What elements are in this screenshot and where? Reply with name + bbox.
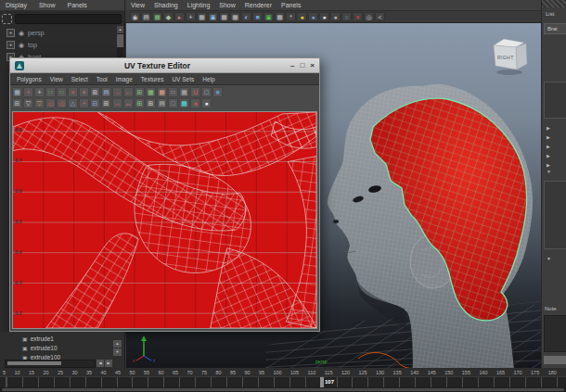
viewport-menu-item[interactable]: Show: [219, 2, 236, 8]
bounding-box-icon[interactable]: ○: [341, 12, 352, 21]
ambient-light-icon[interactable]: ●: [308, 12, 318, 21]
uv-lattice-icon[interactable]: ▦: [12, 87, 22, 97]
align-u-min-icon[interactable]: ∷: [45, 87, 56, 97]
collapse-arrow-icon[interactable]: ▼: [547, 256, 551, 261]
viewport-menu-item[interactable]: Lighting: [187, 2, 211, 8]
copy-layer-icon[interactable]: □: [201, 87, 212, 97]
frame-tick-label[interactable]: 60: [158, 370, 163, 375]
tile-toggle-icon[interactable]: □: [168, 98, 178, 108]
grease-pencil-icon[interactable]: ▤: [141, 12, 151, 21]
flat-shade-icon[interactable]: ●: [330, 12, 341, 21]
distribute-icon[interactable]: ⊞: [135, 98, 145, 108]
unfold-uv-icon[interactable]: ×: [68, 87, 78, 97]
rotate-ccw-icon[interactable]: ◎: [45, 98, 56, 108]
panel-scrollbar[interactable]: [544, 356, 566, 364]
frame-tick-label[interactable]: 45: [115, 370, 121, 375]
frame-tick-label[interactable]: 150: [444, 370, 453, 375]
frame-tick-label[interactable]: 55: [144, 370, 149, 375]
shape-list-item[interactable]: ▣ extrude1: [0, 334, 124, 343]
dice-pattern-icon[interactable]: ∷: [168, 87, 178, 97]
shape-list-item[interactable]: ▣ extrude10: [0, 343, 124, 352]
uv-snapshot-icon[interactable]: ▦: [157, 87, 167, 97]
layout-uv-icon[interactable]: ⊞: [90, 87, 100, 97]
minimize-icon[interactable]: –: [290, 61, 294, 70]
share-icon[interactable]: <: [375, 12, 385, 21]
expand-arrow-icon[interactable]: ▶: [547, 162, 550, 168]
frame-tick-label[interactable]: 175: [531, 370, 539, 375]
window-titlebar[interactable]: UV Texture Editor – □ ×: [10, 58, 319, 73]
frame-tick-label[interactable]: 70: [187, 370, 192, 375]
frame-tick-label[interactable]: 110: [308, 370, 316, 375]
uv-menu-item[interactable]: Tool: [96, 76, 108, 82]
attribute-tab[interactable]: Brai: [544, 23, 566, 34]
notes-field[interactable]: [544, 315, 566, 352]
outliner-menu-item[interactable]: Display: [6, 2, 27, 8]
frame-tick-label[interactable]: 140: [410, 370, 418, 375]
uv-menu-item[interactable]: View: [50, 76, 63, 82]
merge-uv-icon[interactable]: ⊞: [101, 98, 111, 108]
outliner-menu-item[interactable]: Show: [39, 2, 56, 8]
scroll-up-icon[interactable]: ▲: [113, 340, 122, 348]
frame-tick-label[interactable]: 100: [273, 370, 281, 375]
relax-uv-icon[interactable]: +: [79, 98, 89, 108]
wireframe-mode-icon[interactable]: ▦: [275, 12, 285, 21]
frame-tick-label[interactable]: 15: [29, 370, 34, 375]
image-plane-icon[interactable]: ▦: [152, 12, 162, 21]
maximize-icon[interactable]: □: [300, 61, 304, 70]
frame-tick-label[interactable]: 160: [479, 370, 487, 375]
key-light-icon[interactable]: ●: [297, 12, 307, 21]
frame-tick-label[interactable]: 20: [43, 370, 48, 375]
frame-tick-label[interactable]: 90: [244, 370, 250, 375]
align-v-min-icon[interactable]: ↔: [112, 98, 122, 108]
frame-tick-label[interactable]: 95: [259, 370, 264, 375]
sew-uv-icon[interactable]: ⊟: [90, 98, 100, 108]
straighten-icon[interactable]: △: [68, 98, 78, 108]
safe-action-icon[interactable]: ▦: [219, 12, 229, 21]
move-right-icon[interactable]: ←: [123, 87, 134, 97]
scroll-left-icon[interactable]: ◀: [96, 360, 104, 367]
isolate-select-icon[interactable]: ▣: [264, 12, 274, 21]
outliner-item[interactable]: + ◉ top: [0, 39, 124, 51]
paste-layer-icon[interactable]: ■: [212, 87, 223, 97]
snap-border-icon[interactable]: ▦: [146, 87, 156, 97]
scrollbar-thumb[interactable]: [7, 361, 61, 365]
viewcube-face-label[interactable]: RIGHT: [497, 55, 514, 60]
frame-tick-label[interactable]: 125: [358, 370, 367, 375]
select-camera-icon[interactable]: ◉: [130, 12, 140, 21]
viewport-menu-item[interactable]: Panels: [281, 2, 301, 8]
magnet-snap-icon[interactable]: U: [190, 87, 200, 97]
copy-uv-icon[interactable]: ▤: [157, 98, 167, 108]
uv-menu-item[interactable]: Image: [116, 76, 133, 82]
scroll-right-icon[interactable]: ▶: [105, 360, 112, 367]
shell-select-icon[interactable]: ▽: [23, 98, 33, 108]
frame-tick-label[interactable]: 145: [428, 370, 436, 375]
frame-tick-label[interactable]: 50: [129, 370, 135, 375]
fill-mode-icon[interactable]: ◐: [241, 12, 251, 21]
gray-channel-icon[interactable]: ●: [201, 98, 212, 108]
view-cube[interactable]: RIGHT: [491, 34, 532, 77]
move-left-icon[interactable]: →: [112, 87, 122, 97]
range-slider-thumb[interactable]: [2, 388, 564, 391]
viewport-menu-item[interactable]: Renderer: [245, 2, 272, 8]
time-slider[interactable]: 107: [0, 376, 566, 387]
outliner-item[interactable]: + ◉ persp: [0, 27, 124, 39]
collapse-arrow-icon[interactable]: ▼: [547, 169, 551, 174]
outliner-filter-input[interactable]: [15, 14, 122, 24]
smooth-shade-icon[interactable]: ●: [319, 12, 329, 21]
uv-menu-item[interactable]: Textures: [141, 76, 164, 82]
checker-map-icon[interactable]: ▦: [179, 98, 189, 108]
frame-tick-label[interactable]: 120: [341, 370, 350, 375]
frame-tick-label[interactable]: 135: [393, 370, 402, 375]
frame-tick-label[interactable]: 35: [86, 370, 92, 375]
scrollbar-thumb[interactable]: [117, 34, 123, 47]
outliner-menu-item[interactable]: Panels: [67, 2, 86, 8]
frame-tick-label[interactable]: 130: [376, 370, 384, 375]
expand-plus-icon[interactable]: +: [6, 29, 15, 37]
gate-mask-icon[interactable]: ▦: [197, 12, 207, 21]
resolution-gate-icon[interactable]: +: [186, 12, 196, 21]
textured-mode-icon[interactable]: ◎: [364, 12, 374, 21]
frame-tick-label[interactable]: 40: [100, 370, 106, 375]
pin-uv-icon[interactable]: ⊞: [146, 98, 156, 108]
frame-tick-label[interactable]: 115: [325, 370, 333, 375]
frame-tick-label[interactable]: 180: [548, 370, 557, 375]
